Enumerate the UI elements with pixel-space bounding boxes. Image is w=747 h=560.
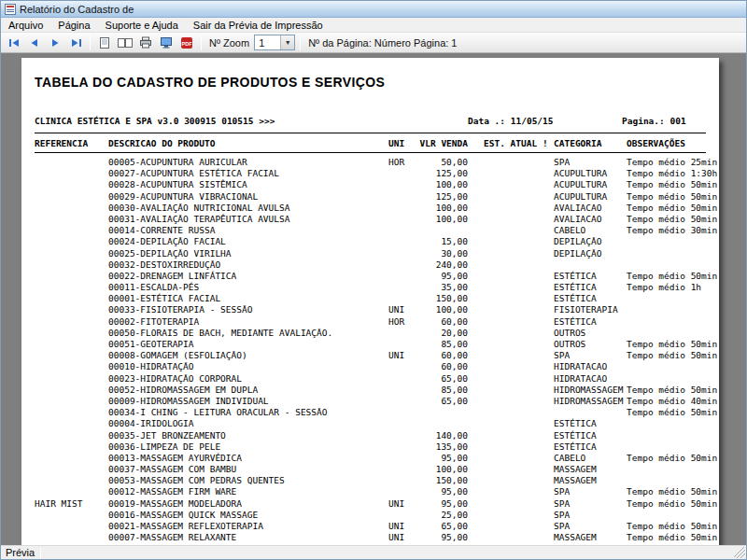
toolbar-separator [201, 35, 202, 50]
cell-obs: Tempo médio 50min [627, 271, 717, 281]
table-row: 00004-IRIDOLOGIAESTÉTICA [21, 418, 719, 429]
cell-cat: ACUPULTURA [554, 168, 607, 178]
zoom-select[interactable]: 1 ▼ [254, 35, 295, 50]
cell-desc: 00011-ESCALDA-PÉS [108, 282, 199, 292]
cell-desc: 00019-MASSAGEM MODELADORA [108, 498, 242, 509]
previous-page-icon [29, 37, 40, 49]
table-row: HAIR MIST00019-MASSAGEM MODELADORAUNI95,… [21, 498, 719, 510]
cell-vlr: 100,00 [397, 464, 468, 474]
cell-cat: SPA [554, 498, 570, 509]
cell-desc: 00053-MASSAGEM COM PEDRAS QUENTES [108, 475, 285, 485]
first-page-button[interactable] [5, 35, 23, 51]
table-row: 00021-MASSAGEM REFLEXOTERAPIAUNI65,00SPA… [21, 521, 719, 532]
table-row: 00024-DEPILAÇÃO FACIAL15,00DEPILAÇÃO [21, 236, 719, 247]
print-button[interactable] [136, 35, 155, 51]
cell-vlr: 30,00 [397, 248, 468, 259]
table-row: 00032-DESTOXIRREDUÇÃO240,00 [21, 259, 719, 271]
two-page-view-button[interactable] [116, 35, 134, 51]
table-row: 00033-FISIOTERAPIA - SESSÃOUNI100,00FISI… [21, 304, 719, 315]
printer-icon [139, 36, 152, 49]
cell-desc: 00005-ACUPUNTURA AURICULAR [108, 157, 247, 167]
report-clinic-line: CLINICA ESTÉTICA E SPA v3.0 300915 01051… [35, 116, 275, 126]
dropdown-arrow-icon[interactable]: ▼ [280, 35, 294, 49]
cell-obs: Tempo médio 50min [627, 407, 717, 417]
column-header-est-atual: EST. ATUAL ! [484, 138, 548, 148]
cell-cat: HIDRATACAO [554, 361, 607, 371]
table-row: 00031-AVALIAÇÃO TERAPÊUTICA AVULSA100,00… [21, 214, 719, 225]
cell-vlr: 20,00 [397, 328, 468, 338]
menu-suporte-e-ajuda[interactable]: Suporte e Ajuda [98, 19, 186, 32]
cell-desc: 00002-FITOTERAPIA [108, 316, 199, 327]
cell-cat: AVALIACAO [554, 214, 601, 224]
next-page-icon [49, 37, 61, 49]
cell-obs: Tempo médio 50min [627, 521, 717, 531]
cell-cat: SPA [554, 521, 570, 531]
cell-vlr: 50,00 [397, 157, 468, 167]
cell-desc: 00014-CORRENTE RUSSA [108, 225, 215, 235]
cell-cat: MASSAGEM [554, 475, 597, 485]
cell-obs: Tempo médio 25min [627, 157, 717, 167]
cell-obs: Tempo médio 40min [627, 396, 717, 406]
cell-vlr: 95,00 [397, 532, 468, 542]
last-page-button[interactable] [66, 35, 85, 51]
screen-view-button[interactable] [157, 35, 176, 51]
cell-cat: ACUPULTURA [554, 179, 607, 189]
header-rule [35, 133, 706, 133]
table-row: 00005-ACUPUNTURA AURICULARHOR50,00SPATem… [21, 157, 719, 168]
report-page-number: Pagina.: 001 [622, 116, 686, 126]
svg-text:PDF: PDF [182, 40, 193, 46]
titlebar[interactable]: Relatório do Cadastro de [1, 1, 746, 18]
table-row: 00008-GOMAGEM (ESFOLIAÇÃO)UNI60,00SPATem… [21, 350, 719, 361]
cell-vlr: 125,00 [397, 191, 468, 202]
cell-vlr: 100,00 [397, 214, 468, 224]
previous-page-button[interactable] [25, 35, 44, 51]
cell-obs: Tempo médio 50min [627, 486, 717, 497]
export-pdf-button[interactable]: PDF [177, 35, 196, 51]
cell-cat: CABELO [554, 225, 585, 235]
cell-obs: Tempo médio 50min [627, 453, 717, 463]
table-row: 00037-MASSAGEM COM BAMBU100,00MASSAGEM [21, 464, 719, 475]
table-row: 00013-MASSAGEM AYURVÉDICA95,00CABELOTemp… [21, 453, 719, 464]
cell-desc: 00033-FISIOTERAPIA - SESSÃO [108, 304, 252, 315]
cell-desc: 00012-MASSAGEM FIRM WARE [108, 486, 236, 497]
cell-desc: 00021-MASSAGEM REFLEXOTERAPIA [108, 521, 263, 531]
app-icon [5, 4, 16, 15]
table-row: 00022-DRENAGEM LINFÁTICA95,00ESTÉTICATem… [21, 271, 719, 282]
cell-cat: AVALIACAO [554, 203, 601, 213]
cell-cat: OUTROS [554, 339, 585, 349]
cell-desc: 00013-MASSAGEM AYURVÉDICA [108, 453, 242, 463]
cell-desc: 00030-AVALIAÇÃO NUTRICIONAL AVULSA [108, 203, 289, 213]
cell-desc: 00037-MASSAGEM COM BAMBU [108, 464, 236, 474]
menu-pagina[interactable]: Página [50, 19, 97, 32]
cell-cat: SPA [554, 350, 570, 360]
cell-cat: FISIOTERAPIA [554, 304, 618, 315]
cell-obs: Tempo médio 50min [627, 339, 717, 349]
cell-obs: Tempo médio 50min [627, 498, 717, 509]
column-header-categoria: CATEGORIA [554, 138, 601, 148]
report-date: Data .: 11/05/15 [468, 116, 554, 126]
table-row: 00028-ACUPUNTURA SISTÊMICA100,00ACUPULTU… [21, 179, 719, 190]
cell-vlr: 65,00 [397, 521, 468, 531]
cell-desc: 00028-ACUPUNTURA SISTÊMICA [108, 179, 247, 189]
cell-vlr: 140,00 [397, 430, 468, 441]
table-row: 00016-MASSAGEM QUICK MASSAGE25,00SPA [21, 510, 719, 521]
cell-vlr: 150,00 [397, 293, 468, 303]
single-page-icon [99, 36, 110, 49]
single-page-view-button[interactable] [95, 35, 114, 51]
menu-sair-da-previa[interactable]: Sair da Prévia de Impressão [186, 19, 331, 32]
next-page-button[interactable] [46, 35, 64, 51]
resize-grip-icon[interactable] [734, 547, 745, 558]
cell-desc: 00010-HIDRATAÇÃO [108, 361, 194, 371]
table-row: 00052-HIDROMASSAGEM EM DUPLA85,00HIDROMA… [21, 385, 719, 396]
cell-cat: DEPILAÇÃO [554, 248, 601, 259]
page-info-label: Nº da Página: Número Página: 1 [308, 37, 457, 49]
last-page-icon [70, 37, 82, 49]
preview-workspace: TABELA DO CADASTRO DE PRODUTOS E SERVIÇO… [1, 53, 746, 545]
cell-desc: 00032-DESTOXIRREDUÇÃO [108, 259, 220, 270]
table-row: 00010-HIDRATAÇÃO60,00HIDRATACAO [21, 361, 719, 372]
menu-arquivo[interactable]: Arquivo [1, 19, 50, 32]
table-row: 00007-MASSAGEM RELAXANTEUNI95,00MASSAGEM… [21, 532, 719, 543]
cell-obs: Tempo médio 50min [627, 179, 717, 189]
cell-desc: 00052-HIDROMASSAGEM EM DUPLA [108, 385, 258, 395]
cell-obs: Tempo médio 1:30h [627, 168, 717, 178]
